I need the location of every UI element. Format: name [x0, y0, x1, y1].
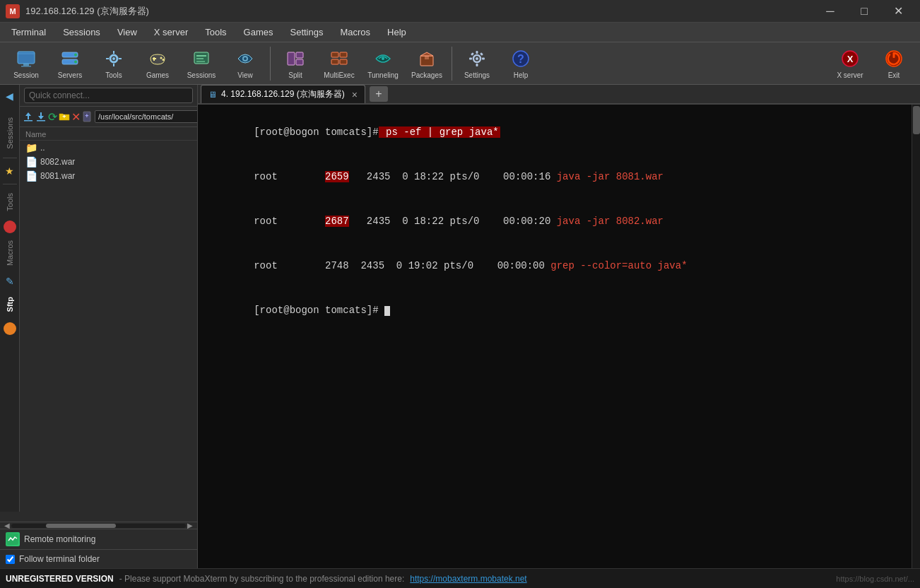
menu-macros[interactable]: Macros	[331, 24, 379, 40]
follow-terminal-label[interactable]: Follow terminal folder	[19, 554, 100, 564]
file-newfolder-button[interactable]: +	[59, 109, 70, 124]
file-refresh-button[interactable]: ⟳	[48, 109, 57, 124]
svg-rect-29	[331, 52, 338, 57]
help-icon: ?	[509, 47, 532, 70]
tab-close-button[interactable]: ×	[352, 89, 358, 100]
svg-rect-40	[476, 64, 478, 66]
sessions-label2: Sessions	[187, 71, 216, 79]
term-java-cmd-2: java -jar 8081.war	[557, 171, 664, 182]
toolbar-sessions-button[interactable]: Sessions	[181, 45, 222, 82]
menu-xserver[interactable]: X server	[146, 24, 196, 40]
terminal-scrollbar-thumb[interactable]	[913, 106, 920, 134]
terminal-content[interactable]: [root@bogon tomcats]# ps -ef | grep java…	[198, 105, 920, 568]
sftp-side-label[interactable]: Sftp	[4, 293, 16, 316]
toolbar-exit-button[interactable]: Exit	[873, 45, 914, 82]
scrollbar-thumb[interactable]	[46, 524, 116, 528]
favorites-icon[interactable]: ★	[1, 163, 18, 180]
list-item[interactable]: 📄 8081.war	[20, 169, 197, 183]
tools-label: Tools	[105, 71, 122, 79]
follow-terminal-checkbox[interactable]	[6, 555, 15, 564]
tab-1[interactable]: 🖥 4. 192.168.126.129 (京淘服务器) ×	[201, 85, 365, 103]
side-marker-icon[interactable]	[4, 220, 16, 233]
new-tab-button[interactable]: +	[370, 86, 388, 102]
view-label: View	[237, 71, 253, 79]
menu-settings[interactable]: Settings	[282, 24, 332, 40]
svg-text:X: X	[847, 54, 854, 64]
sftp-indicator[interactable]	[4, 322, 16, 335]
toolbar-session-button[interactable]: Session	[6, 45, 47, 82]
toolbar-help-button[interactable]: ? Help	[500, 45, 541, 82]
window-title: 192.168.126.129 (京淘服务器)	[25, 5, 814, 18]
toolbar-separator2	[452, 47, 452, 81]
term-pid-2687: 2687	[325, 216, 349, 227]
tunneling-icon	[372, 47, 394, 70]
settings-icon	[466, 47, 488, 70]
menu-terminal[interactable]: Terminal	[3, 24, 54, 40]
file-upload-button[interactable]	[23, 109, 34, 124]
toolbar-tools-button[interactable]: Tools	[93, 45, 134, 82]
side-divider1	[3, 158, 17, 158]
file-list-header: Name	[20, 129, 197, 141]
remote-monitoring-button[interactable]: Remote monitoring	[0, 529, 197, 549]
svg-rect-51	[24, 120, 33, 122]
close-button[interactable]: ✕	[882, 0, 914, 23]
menu-view[interactable]: View	[109, 24, 146, 40]
menu-tools[interactable]: Tools	[196, 24, 235, 40]
file-name-dotdot: ..	[40, 143, 191, 153]
svg-rect-28	[296, 59, 303, 65]
file-path-bar: ⟳ + ✕ + ✓	[20, 107, 197, 127]
toolbar-multiexec-button[interactable]: MultiExec	[319, 45, 360, 82]
sidebar: ◀ Sessions ★ Tools Macros ✎ Sftp	[0, 85, 198, 568]
menu-games[interactable]: Games	[235, 24, 282, 40]
macros-side-label[interactable]: Macros	[4, 236, 16, 270]
toolbar-settings-button[interactable]: Settings	[456, 45, 497, 82]
status-link[interactable]: https://mobaxterm.mobatek.net	[410, 574, 526, 584]
minimize-button[interactable]: ─	[814, 0, 847, 23]
list-item[interactable]: 📄 8082.war	[20, 155, 197, 169]
toolbar-packages-button[interactable]: Packages	[406, 45, 447, 82]
sidebar-scrollbar[interactable]: ◀ ▶	[0, 522, 197, 529]
toolbar-view-button[interactable]: View	[225, 45, 266, 82]
file-download-button[interactable]	[35, 109, 47, 124]
scroll-right-arrow[interactable]: ▶	[186, 522, 194, 529]
file-browser: Name 📁 .. 📄 8082.war 📄 8081.war	[20, 127, 197, 522]
scrollbar-track[interactable]	[11, 524, 186, 528]
term-grep-cmd: grep --color=auto java*	[550, 260, 687, 271]
exit-icon	[883, 47, 905, 70]
menu-sessions[interactable]: Sessions	[54, 24, 109, 40]
file-icon: 📄	[25, 170, 37, 182]
svg-rect-30	[331, 59, 338, 64]
split-label: Split	[288, 71, 302, 79]
sessions-side-label[interactable]: Sessions	[4, 113, 16, 153]
svg-rect-12	[113, 51, 114, 54]
toolbar-split-button[interactable]: Split	[275, 45, 316, 82]
tools-side-label[interactable]: Tools	[4, 189, 16, 216]
sidebar-collapse-icon[interactable]: ◀	[1, 88, 18, 105]
file-path-input[interactable]	[95, 110, 197, 123]
maximize-button[interactable]: □	[848, 0, 880, 23]
session-label: Session	[13, 71, 39, 79]
scroll-left-arrow[interactable]: ◀	[3, 522, 11, 529]
app-icon: M	[6, 4, 20, 18]
file-delete-button[interactable]: ✕	[71, 109, 81, 124]
xserver-icon: X	[839, 47, 861, 70]
file-newfile-button[interactable]: +	[82, 109, 93, 124]
term-cmd-highlight: ps -ef | grep java*	[379, 127, 500, 138]
term-prompt-5: [root@bogon tomcats]#	[254, 305, 384, 316]
edit-icon[interactable]: ✎	[1, 273, 18, 290]
terminal-scrollbar[interactable]	[912, 105, 920, 568]
toolbar-tunneling-button[interactable]: Tunneling	[362, 45, 403, 82]
toolbar-games-button[interactable]: Games	[137, 45, 178, 82]
svg-rect-41	[469, 58, 472, 60]
toolbar-xserver-button[interactable]: X X server	[830, 45, 871, 82]
quick-connect-input[interactable]	[24, 88, 193, 103]
menubar: Terminal Sessions View X server Tools Ga…	[0, 23, 920, 42]
svg-rect-14	[106, 58, 109, 59]
follow-terminal-area: Follow terminal folder	[0, 549, 197, 568]
toolbar-servers-button[interactable]: Servers	[49, 45, 90, 82]
term-col-root-3: root	[254, 216, 325, 227]
list-item[interactable]: 📁 ..	[20, 141, 197, 155]
term-col-root-2: root	[254, 171, 325, 182]
menu-help[interactable]: Help	[379, 24, 415, 40]
main-area: ◀ Sessions ★ Tools Macros ✎ Sftp	[0, 85, 920, 568]
